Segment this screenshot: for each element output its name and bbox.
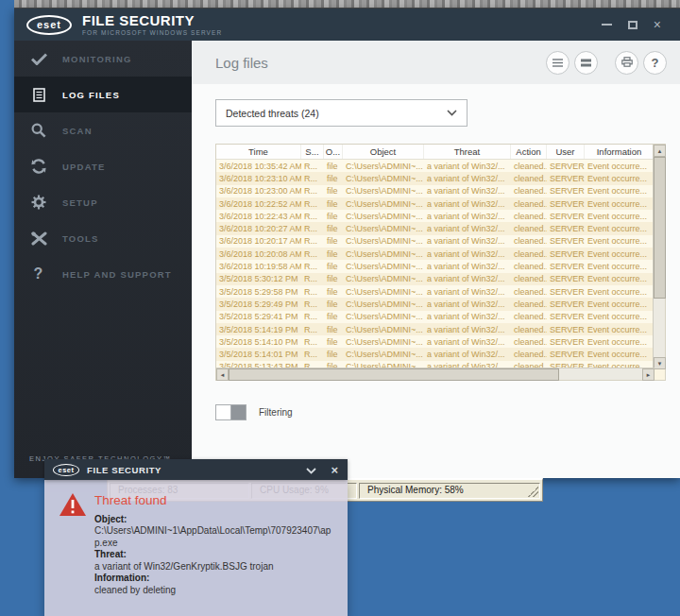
resize-grip-icon[interactable] [528, 487, 538, 497]
sidebar-item-tools[interactable]: TOOLS [14, 220, 192, 256]
table-row[interactable]: 3/6/2018 10:19:58 AMR...fileC:\Users\ADM… [216, 260, 654, 272]
cell-user: SERVER... [547, 249, 585, 259]
scroll-right-icon[interactable]: ► [642, 368, 654, 381]
collapse-chevron-icon[interactable] [306, 461, 316, 478]
cell-user: SERVER... [547, 299, 585, 309]
cell-information: Event occurre... [585, 236, 654, 246]
log-files-icon [29, 88, 48, 102]
minimize-button[interactable] [602, 24, 612, 26]
cell-action: cleaned... [511, 186, 547, 196]
column-header-status[interactable]: S... [301, 145, 324, 159]
cell-type: file [324, 212, 343, 221]
cell-information: Event occurre... [585, 274, 654, 283]
horizontal-scrollbar[interactable]: ◄ ► [216, 368, 654, 380]
background-window-edge [14, 0, 680, 9]
sidebar-item-scan[interactable]: SCAN [14, 112, 192, 148]
cell-time: 3/5/2018 5:14:19 PM [216, 325, 301, 334]
eset-main-window: eset FILE SECURITY FOR MICROSOFT WINDOWS… [14, 9, 680, 478]
sidebar-item-log-files[interactable]: LOG FILES [14, 77, 192, 112]
eset-logo-small: eset [53, 464, 79, 476]
print-button[interactable] [615, 51, 638, 75]
close-button[interactable]: × [654, 20, 661, 29]
notification-close-icon[interactable]: × [331, 465, 338, 475]
log-columns-view-button[interactable] [574, 51, 598, 75]
column-header-threat[interactable]: Threat [424, 145, 511, 159]
cell-information: Event occurre... [585, 299, 654, 309]
column-header-type[interactable]: O... [324, 145, 343, 159]
setup-icon [29, 195, 48, 210]
log-type-dropdown[interactable]: Detected threats (24) [215, 99, 468, 127]
help-button[interactable]: ? [643, 51, 667, 75]
app-title: FILE SECURITY [82, 13, 222, 27]
table-row[interactable]: 3/5/2018 5:29:58 PMR...fileC:\Users\ADMI… [216, 285, 654, 298]
cell-threat: a variant of Win32/... [424, 162, 511, 171]
cell-action: cleaned... [511, 312, 547, 321]
sidebar-item-monitoring[interactable]: MONITORING [14, 41, 192, 77]
column-header-object[interactable]: Object [343, 145, 424, 159]
cell-information: Event occurre... [585, 186, 654, 196]
table-row[interactable]: 3/6/2018 10:20:17 AMR...fileC:\Users\ADM… [216, 235, 654, 248]
cell-information: Event occurre... [585, 249, 654, 259]
vertical-scroll-thumb[interactable] [654, 157, 666, 299]
cell-object: C:\Users\ADMINI~... [343, 199, 424, 209]
cell-status: R... [301, 212, 324, 221]
cell-user: SERVER... [547, 199, 585, 209]
cell-type: file [324, 287, 343, 297]
table-row[interactable]: 3/6/2018 10:20:27 AMR...fileC:\Users\ADM… [216, 222, 654, 234]
column-header-user[interactable]: User [547, 145, 585, 159]
table-row[interactable]: 3/5/2018 5:14:01 PMR...fileC:\Users\ADMI… [216, 348, 654, 360]
table-row[interactable]: 3/6/2018 10:22:52 AMR...fileC:\Users\ADM… [216, 197, 654, 210]
table-row[interactable]: 3/5/2018 5:29:49 PMR...fileC:\Users\ADMI… [216, 298, 654, 310]
titlebar: eset FILE SECURITY FOR MICROSOFT WINDOWS… [14, 9, 680, 41]
cell-information: Event occurre... [585, 287, 654, 297]
cell-object: C:\Users\ADMINI~... [343, 236, 424, 246]
sidebar-item-help-and-support[interactable]: ?HELP AND SUPPORT [14, 256, 192, 292]
table-row[interactable]: 3/6/2018 10:23:00 AMR...fileC:\Users\ADM… [216, 185, 654, 197]
vertical-scrollbar[interactable]: ▲ ▼ [653, 145, 665, 369]
cell-action: cleaned... [511, 325, 547, 334]
cell-user: SERVER... [547, 325, 585, 334]
table-row[interactable]: 3/6/2018 10:23:10 AMR...fileC:\Users\ADM… [216, 172, 654, 184]
table-row[interactable]: 3/5/2018 5:14:10 PMR...fileC:\Users\ADMI… [216, 335, 654, 348]
sidebar-item-setup[interactable]: SETUP [14, 184, 192, 220]
main-content: Log files ? Detected threats (24) TimeS. [192, 41, 680, 478]
log-list-view-button[interactable] [546, 51, 570, 75]
scroll-left-icon[interactable]: ◄ [216, 368, 229, 381]
cell-user: SERVER... [547, 224, 585, 233]
sidebar-item-update[interactable]: UPDATE [14, 148, 192, 184]
threat-value: a variant of Win32/GenKryptik.BSJG troja… [94, 561, 335, 573]
cell-type: file [324, 249, 343, 259]
maximize-button[interactable] [628, 21, 638, 29]
filtering-toggle[interactable] [215, 404, 246, 420]
cell-type: file [324, 350, 343, 359]
column-header-information[interactable]: Information [585, 145, 654, 159]
cell-action: cleaned... [511, 224, 547, 233]
cell-object: C:\Users\ADMINI~... [343, 337, 424, 347]
cell-type: file [324, 224, 343, 233]
column-header-time[interactable]: Time [216, 145, 301, 159]
threat-label: Threat: [94, 549, 335, 561]
cell-threat: a variant of Win32/... [424, 224, 511, 233]
cell-object: C:\Users\ADMINI~... [343, 350, 424, 359]
column-header-action[interactable]: Action [511, 145, 547, 159]
cell-status: R... [301, 287, 324, 297]
table-row[interactable]: 3/5/2018 5:29:41 PMR...fileC:\Users\ADMI… [216, 311, 654, 323]
cell-user: SERVER... [547, 287, 585, 297]
cell-status: R... [301, 350, 324, 359]
scroll-down-icon[interactable]: ▼ [654, 357, 666, 369]
cell-type: file [324, 262, 343, 271]
cell-information: Event occurre... [585, 337, 654, 347]
cell-type: file [324, 274, 343, 283]
toggle-knob [216, 405, 231, 419]
cell-status: R... [301, 299, 324, 309]
table-row[interactable]: 3/5/2018 5:30:12 PMR...fileC:\Users\ADMI… [216, 273, 654, 285]
scroll-up-icon[interactable]: ▲ [654, 145, 666, 157]
table-row[interactable]: 3/6/2018 10:20:08 AMR...fileC:\Users\ADM… [216, 248, 654, 260]
warning-triangle-icon [59, 492, 87, 521]
cell-time: 3/5/2018 5:29:41 PM [216, 312, 301, 321]
information-value: cleaned by deleting [94, 585, 335, 597]
horizontal-scroll-thumb[interactable] [229, 368, 559, 381]
table-row[interactable]: 3/6/2018 10:35:42 AMR...fileC:\Users\ADM… [216, 160, 654, 172]
table-row[interactable]: 3/5/2018 5:14:19 PMR...fileC:\Users\ADMI… [216, 323, 654, 335]
table-row[interactable]: 3/6/2018 10:22:43 AMR...fileC:\Users\ADM… [216, 210, 654, 222]
